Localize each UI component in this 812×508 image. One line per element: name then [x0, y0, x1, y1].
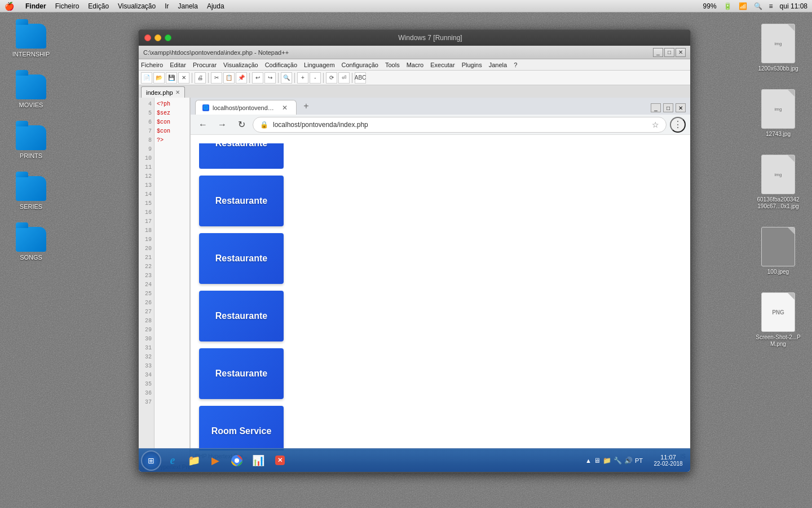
- toolbar-print[interactable]: 🖨: [195, 72, 206, 84]
- npp-menu-visualizacao[interactable]: Visualização: [223, 62, 258, 68]
- taskbar-ie-icon[interactable]: e: [162, 450, 183, 471]
- mac-menu-edicao[interactable]: Edição: [88, 2, 109, 10]
- toolbar-sync[interactable]: ⟳: [326, 72, 337, 84]
- toolbar-sep-5: [294, 73, 295, 83]
- desktop-file-screenshot[interactable]: PNG Screen-Shot-2...PM.png: [756, 292, 801, 348]
- vm-close-button[interactable]: [144, 34, 151, 41]
- toolbar-find[interactable]: 🔍: [281, 72, 292, 84]
- toolbar-close[interactable]: ✕: [178, 72, 189, 84]
- npp-menu-help[interactable]: ?: [514, 62, 517, 68]
- code-line-5: <?ph: [157, 100, 187, 109]
- desktop-icon-series[interactable]: SERIES: [11, 176, 51, 210]
- browser-new-tab-btn[interactable]: +: [299, 99, 314, 113]
- menu-btn-restaurante-3[interactable]: Restaurante: [199, 291, 284, 341]
- mac-list-icon: ≡: [769, 2, 773, 10]
- desktop-file-12743[interactable]: img 12743.jpg: [756, 89, 801, 138]
- menu-btn-restaurante-2[interactable]: Restaurante: [199, 233, 284, 284]
- npp-menu-tools[interactable]: Tools: [385, 62, 400, 68]
- apple-menu-icon[interactable]: 🍎: [5, 2, 14, 11]
- browser-tab-restore[interactable]: □: [663, 103, 673, 112]
- taskbar-chrome-icon[interactable]: [227, 450, 247, 471]
- desktop-icon-label-series: SERIES: [20, 203, 42, 210]
- toolbar-new[interactable]: 📄: [141, 72, 152, 84]
- npp-menu-configuracao[interactable]: Configuração: [342, 62, 378, 68]
- browser-tab-close-btn[interactable]: ✕: [280, 103, 289, 112]
- toolbar-undo[interactable]: ↩: [252, 72, 263, 84]
- browser-tab-minimize[interactable]: _: [651, 103, 661, 112]
- browser-reload-btn[interactable]: ↻: [233, 117, 249, 133]
- mac-menu-finder[interactable]: Finder: [25, 2, 46, 10]
- npp-menu-codificacao[interactable]: Codificação: [265, 62, 297, 68]
- browser-more-btn[interactable]: ⋮: [670, 117, 686, 133]
- browser-back-btn[interactable]: ←: [195, 117, 211, 133]
- toolbar-zoom-in[interactable]: +: [297, 72, 308, 84]
- npp-tab-indexphp[interactable]: index.php ✕: [141, 86, 185, 98]
- mac-menu-ir[interactable]: Ir: [165, 2, 169, 10]
- toolbar-paste[interactable]: 📌: [236, 72, 247, 84]
- npp-menu-ficheiro[interactable]: Ficheiro: [141, 62, 163, 68]
- start-icon: ⊞: [148, 456, 155, 465]
- toolbar-zoom-out[interactable]: -: [310, 72, 321, 84]
- npp-tab-close-btn[interactable]: ✕: [175, 89, 180, 95]
- toolbar-wrap[interactable]: ⏎: [338, 72, 350, 84]
- taskbar-xampp-icon[interactable]: ✕: [270, 450, 290, 471]
- toolbar-copy[interactable]: 📋: [223, 72, 235, 84]
- browser-tab-active[interactable]: 🌐 localhost/pontovenda/in... ✕: [195, 100, 297, 115]
- npp-minimize-btn[interactable]: _: [653, 48, 663, 57]
- npp-restore-btn[interactable]: □: [664, 48, 674, 57]
- npp-menu-editar[interactable]: Editar: [170, 62, 186, 68]
- code-editor[interactable]: 4 5 6 7 8 9 10 11 12 13 14 15 16 17: [139, 98, 189, 462]
- folder-icon: [16, 176, 46, 201]
- npp-menu-janela[interactable]: Janela: [489, 62, 507, 68]
- npp-menu-macro[interactable]: Macro: [407, 62, 424, 68]
- taskbar-stats-icon[interactable]: 📊: [248, 450, 268, 471]
- menu-btn-restaurante-4[interactable]: Restaurante: [199, 348, 284, 399]
- toolbar-cut[interactable]: ✂: [211, 72, 222, 84]
- taskbar-clock[interactable]: 11:07 22-02-2018: [648, 454, 688, 467]
- tray-language[interactable]: PT: [635, 457, 643, 464]
- taskbar-media-icon[interactable]: ▶: [205, 450, 226, 471]
- npp-close-btn[interactable]: ✕: [676, 48, 686, 57]
- menu-btn-first-partial[interactable]: Restaurante: [199, 143, 284, 169]
- mac-menu-ficheiro[interactable]: Ficheiro: [55, 2, 80, 10]
- desktop-file-60136[interactable]: img 60136fba200342190c67...0x1.jpg: [756, 155, 801, 210]
- npp-content-area: 4 5 6 7 8 9 10 11 12 13 14 15 16 17: [139, 98, 690, 462]
- tray-show-hidden[interactable]: ▲: [585, 457, 592, 464]
- menu-btn-room-service[interactable]: Room Service: [199, 406, 284, 450]
- png-label: PNG: [772, 309, 784, 316]
- browser-viewport[interactable]: Restaurante Restaurante Restaurante Rest…: [191, 135, 690, 450]
- mac-menu-janela[interactable]: Janela: [178, 2, 198, 10]
- npp-menu-plugins[interactable]: Plugins: [462, 62, 482, 68]
- code-content[interactable]: <?ph $sez $con $con: [155, 98, 189, 462]
- browser-url-bar[interactable]: 🔒 localhost/pontovenda/index.php ☆: [253, 117, 667, 133]
- browser-forward-btn[interactable]: →: [214, 117, 230, 133]
- npp-menu-linguagem[interactable]: Linguagem: [304, 62, 334, 68]
- npp-menu-executar[interactable]: Executar: [430, 62, 454, 68]
- vm-minimize-button[interactable]: [155, 34, 161, 41]
- folder-icon: [16, 227, 46, 252]
- browser-bookmark-btn[interactable]: ☆: [652, 120, 659, 129]
- toolbar-redo[interactable]: ↪: [264, 72, 276, 84]
- browser-tab-close-window[interactable]: ✕: [676, 103, 686, 112]
- desktop-icon-prints[interactable]: PRINTS: [11, 125, 51, 159]
- desktop-icon-internship[interactable]: INTERNSHIP: [11, 24, 51, 58]
- mac-menu-visualizacao[interactable]: Visualização: [118, 2, 156, 10]
- desktop-icon-label-songs: SONGS: [20, 254, 42, 261]
- toolbar-spell[interactable]: ABC: [355, 72, 366, 84]
- desktop-icon-movies[interactable]: MOVIES: [11, 75, 51, 108]
- taskbar-explorer-icon[interactable]: 📁: [184, 450, 204, 471]
- tray-speaker-icon: 🔊: [624, 457, 633, 465]
- toolbar-open[interactable]: 📂: [153, 72, 165, 84]
- mac-menu-ajuda[interactable]: Ajuda: [207, 2, 224, 10]
- win7-start-button[interactable]: ⊞: [141, 450, 161, 471]
- mac-search-icon[interactable]: 🔍: [754, 2, 762, 10]
- vm-maximize-button[interactable]: [165, 34, 171, 41]
- toolbar-save[interactable]: 💾: [166, 72, 177, 84]
- menu-btn-restaurante-1[interactable]: Restaurante: [199, 176, 284, 226]
- npp-menu-procurar[interactable]: Procurar: [193, 62, 217, 68]
- vm-titlebar: Windows 7 [Running]: [139, 30, 690, 46]
- desktop-file-100[interactable]: 100.jpeg: [756, 227, 801, 275]
- desktop-icon-songs[interactable]: SONGS: [11, 227, 51, 261]
- npp-tab-label: index.php: [146, 89, 173, 96]
- desktop-file-1200x630[interactable]: img 1200x630bb.jpg: [756, 24, 801, 72]
